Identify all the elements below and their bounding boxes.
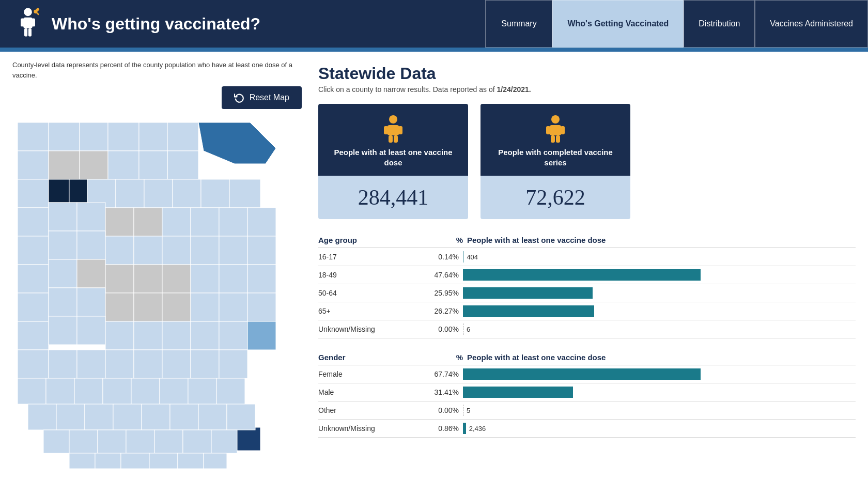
gender-col-header: Gender xyxy=(318,353,422,362)
gender-table-header: Gender % People with at least one vaccin… xyxy=(318,353,856,365)
svg-rect-111 xyxy=(178,453,204,469)
svg-rect-37 xyxy=(219,208,247,236)
svg-rect-3 xyxy=(32,19,35,27)
header: Who's getting vaccinated? Summary Who's … xyxy=(0,0,868,48)
stat-card-completed: People with completed vaccine series 72,… xyxy=(481,104,630,219)
svg-rect-88 xyxy=(131,378,160,404)
stat-card-at-least-one: People with at least one vaccine dose 28… xyxy=(318,104,468,219)
svg-rect-97 xyxy=(170,404,198,430)
tab-vaccines-administered[interactable]: Vaccines Administered xyxy=(755,0,868,48)
row-pct: 0.14% xyxy=(422,253,463,261)
svg-rect-86 xyxy=(74,378,103,404)
svg-rect-114 xyxy=(387,125,399,135)
bar-fill xyxy=(463,251,463,263)
bar-value: 73,813 xyxy=(833,289,854,297)
table-row: 16-17 0.14% 404 xyxy=(318,248,856,266)
svg-rect-118 xyxy=(394,135,398,143)
left-panel: County-level data represents percent of … xyxy=(12,60,302,469)
svg-rect-63 xyxy=(191,293,219,321)
svg-rect-95 xyxy=(113,404,142,430)
svg-rect-22 xyxy=(49,179,69,203)
svg-rect-56 xyxy=(247,265,276,293)
minnesota-map[interactable]: .county { stroke: #fff; stroke-width: 1;… xyxy=(12,117,291,469)
svg-rect-17 xyxy=(49,151,80,179)
nav-tabs: Summary Who's Getting Vaccinated Distrib… xyxy=(485,0,868,48)
svg-rect-68 xyxy=(77,316,105,345)
svg-rect-82 xyxy=(219,350,247,378)
svg-rect-105 xyxy=(183,430,211,453)
age-table-body: 16-17 0.14% 404 18-49 47.64% 135,497 50-… xyxy=(318,248,856,338)
bar-container: 404 xyxy=(463,251,856,263)
separator-bar xyxy=(0,48,868,52)
svg-rect-36 xyxy=(191,208,219,236)
reset-icon xyxy=(234,92,244,103)
svg-rect-40 xyxy=(49,231,77,259)
svg-rect-1 xyxy=(23,18,33,28)
svg-rect-42 xyxy=(105,236,134,265)
table-row: Female 67.74% 192,670 xyxy=(318,365,856,383)
bar-value: 404 xyxy=(467,253,856,261)
svg-rect-102 xyxy=(98,430,126,453)
svg-rect-107 xyxy=(69,453,95,469)
svg-rect-55 xyxy=(219,265,247,293)
svg-rect-11 xyxy=(108,122,139,151)
svg-rect-92 xyxy=(28,404,56,430)
tab-distribution[interactable]: Distribution xyxy=(684,0,755,48)
svg-rect-32 xyxy=(77,203,105,231)
svg-rect-70 xyxy=(134,321,162,350)
svg-rect-52 xyxy=(134,265,162,293)
header-left: Who's getting vaccinated? xyxy=(12,6,260,42)
svg-rect-112 xyxy=(204,453,227,469)
svg-rect-31 xyxy=(49,203,77,231)
stat-cards: People with at least one vaccine dose 28… xyxy=(318,104,856,219)
bar-empty xyxy=(463,405,463,416)
bar-fill xyxy=(463,269,701,281)
svg-point-119 xyxy=(551,115,560,124)
svg-rect-9 xyxy=(49,122,80,151)
svg-rect-25 xyxy=(116,179,144,208)
stat-card-bottom-2: 72,622 xyxy=(481,176,630,219)
svg-rect-100 xyxy=(43,430,69,453)
row-name: 65+ xyxy=(318,307,422,315)
svg-rect-99 xyxy=(227,404,255,430)
table-row: Unknown/Missing 0.86% 2,436 xyxy=(318,420,856,438)
bar-empty xyxy=(463,323,463,335)
svg-rect-101 xyxy=(69,430,98,453)
map-note: County-level data represents percent of … xyxy=(12,60,302,80)
row-name: Unknown/Missing xyxy=(318,325,422,333)
tab-summary[interactable]: Summary xyxy=(485,0,552,48)
svg-rect-20 xyxy=(139,151,167,179)
row-pct: 31.41% xyxy=(422,388,463,396)
reset-map-button[interactable]: Reset Map xyxy=(222,86,302,109)
svg-rect-108 xyxy=(95,453,121,469)
map-container[interactable]: .county { stroke: #fff; stroke-width: 1;… xyxy=(12,117,291,469)
row-pct: 0.00% xyxy=(422,406,463,414)
svg-rect-45 xyxy=(191,236,219,265)
svg-rect-80 xyxy=(162,350,191,378)
bar-fill xyxy=(463,368,701,380)
bar-fill xyxy=(463,305,594,317)
bar-value: 135,497 xyxy=(829,271,854,279)
svg-rect-50 xyxy=(77,259,105,288)
row-name: 18-49 xyxy=(318,271,422,279)
svg-rect-21 xyxy=(18,179,49,208)
svg-rect-91 xyxy=(216,378,245,404)
svg-rect-89 xyxy=(160,378,188,404)
svg-rect-46 xyxy=(219,236,247,265)
row-name: 16-17 xyxy=(318,253,422,261)
age-people-header: People with at least one vaccine dose xyxy=(463,236,856,244)
table-row: 50-64 25.95% 73,813 xyxy=(318,284,856,302)
row-pct: 0.86% xyxy=(422,424,463,433)
row-pct: 26.27% xyxy=(422,307,463,315)
svg-point-113 xyxy=(389,115,397,124)
svg-rect-103 xyxy=(126,430,154,453)
bar-container: 6 xyxy=(463,323,856,335)
svg-rect-116 xyxy=(398,126,402,134)
tab-whos-getting-vaccinated[interactable]: Who's Getting Vaccinated xyxy=(552,0,684,48)
svg-rect-120 xyxy=(549,125,562,135)
svg-rect-74 xyxy=(247,321,276,350)
bar-value: 192,670 xyxy=(829,371,854,378)
svg-rect-4 xyxy=(24,28,27,37)
svg-rect-93 xyxy=(56,404,85,430)
svg-rect-34 xyxy=(134,208,162,236)
